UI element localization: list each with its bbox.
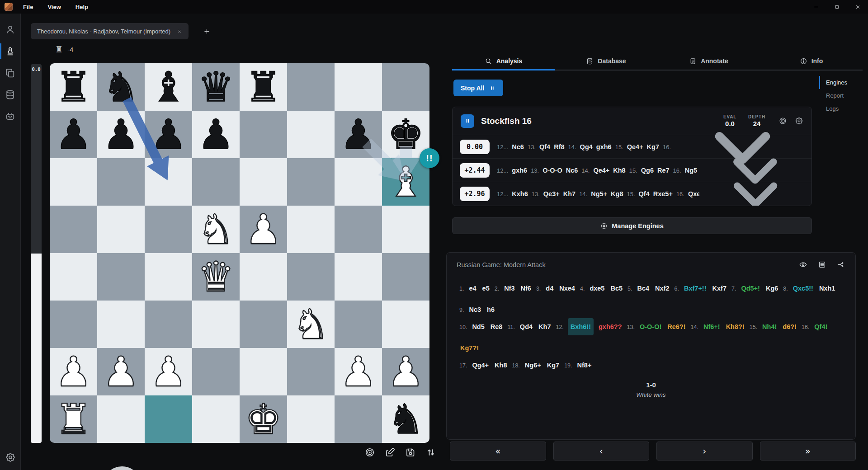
white-king-e1[interactable]: ♚ [240,395,287,443]
square-g7[interactable]: ♟ [335,111,382,158]
line-move[interactable]: Kh8 [613,167,625,174]
square-b2[interactable]: ♟ [97,348,145,395]
game-move[interactable]: Bc4 [636,280,650,297]
game-move[interactable]: Qxc5!! [792,280,814,297]
maximize-button[interactable] [826,0,847,14]
line-move[interactable]: Nc6 [566,167,578,174]
square-h5[interactable] [382,206,429,253]
square-c6[interactable] [145,158,192,206]
side-nav-logs[interactable]: Logs [819,102,847,115]
tab-annotate[interactable]: Annotate [657,52,760,70]
go-to-start-button[interactable]: « [450,442,546,461]
stop-all-button[interactable]: Stop All [453,80,503,96]
square-d7[interactable]: ♟ [192,111,240,158]
line-move[interactable]: Kg7 [647,143,659,150]
square-f3[interactable]: ♞ [287,301,335,348]
square-c7[interactable]: ♟ [145,111,192,158]
square-g1[interactable] [335,395,382,443]
tab-analysis[interactable]: Analysis [452,52,555,70]
game-move[interactable]: Qd4 [519,318,533,335]
line-move[interactable]: Re7 [657,167,670,174]
black-rook-a8[interactable]: ♜ [50,63,97,111]
line-move[interactable]: Kxh6 [512,190,528,197]
square-c5[interactable] [145,206,192,253]
sidebar-item-accounts[interactable] [0,19,21,40]
engine-pause-button[interactable] [461,114,474,128]
square-g6[interactable] [335,158,382,206]
game-move[interactable]: e4 [468,280,477,297]
game-move[interactable]: Nxh1 [818,280,836,297]
square-d3[interactable] [192,301,240,348]
edit-icon[interactable] [385,447,396,458]
sidebar-item-databases[interactable] [0,84,21,105]
line-move[interactable]: Kg8 [611,190,623,197]
minimize-button[interactable] [806,0,826,14]
square-h1[interactable]: ♞ [382,395,429,443]
article-icon[interactable] [818,260,826,269]
game-move[interactable]: Qg4+ [471,357,490,374]
game-move[interactable]: Nc3 [468,301,482,318]
game-move[interactable]: Nf6 [520,280,532,297]
save-icon[interactable] [405,447,416,458]
white-rook-a1[interactable]: ♜ [50,395,97,443]
square-g4[interactable] [335,253,382,301]
game-move[interactable]: Bc5 [609,280,623,297]
square-g8[interactable] [335,63,382,111]
game-move[interactable]: Nh4! [761,318,778,335]
square-h4[interactable] [382,253,429,301]
square-c1[interactable] [145,395,192,443]
line-move[interactable]: gxh6 [596,143,612,150]
square-f2[interactable] [287,348,335,395]
line-move[interactable]: Qg6 [641,167,654,174]
game-move[interactable]: Qd5+! [740,280,761,297]
sidebar-item-engines[interactable] [0,105,21,127]
board-practice-button[interactable] [54,447,190,470]
game-move[interactable]: d4 [545,280,554,297]
tab-close-icon[interactable] [177,28,182,34]
game-move[interactable]: Kg7 [546,357,560,374]
square-a4[interactable] [50,253,97,301]
square-b4[interactable] [97,253,145,301]
chessboard[interactable]: ♜♞♝♛♜♟♟♟♟♟♚♝♞♟♛♞♟♟♟♟♟♜♚♞ [50,63,429,443]
square-d6[interactable] [192,158,240,206]
black-rook-e8[interactable]: ♜ [240,63,287,111]
square-e8[interactable]: ♜ [240,63,287,111]
square-b5[interactable] [97,206,145,253]
square-g3[interactable] [335,301,382,348]
game-move[interactable]: O-O-O! [639,318,662,335]
white-pawn-e5[interactable]: ♟ [240,206,287,253]
square-c3[interactable] [145,301,192,348]
line-move[interactable]: Qf4 [639,190,650,197]
square-h2[interactable]: ♟ [382,348,429,395]
game-move[interactable]: Nf8+ [576,357,593,374]
game-move[interactable]: Nf6+! [703,318,721,335]
game-move[interactable]: Re6?! [666,318,686,335]
square-g5[interactable] [335,206,382,253]
go-to-end-button[interactable]: » [760,442,856,461]
engine-line-3[interactable]: +2.9612...Kxh613.Qe3+Kh714.Ng5+Kg815.Qf4… [453,182,811,206]
square-e7[interactable] [240,111,287,158]
eye-icon[interactable] [799,260,807,269]
line-move[interactable]: Nc6 [512,143,524,150]
bullseye-icon[interactable] [364,447,375,458]
black-pawn-b7[interactable]: ♟ [97,111,145,158]
white-pawn-c2[interactable]: ♟ [145,348,192,395]
black-knight-h1[interactable]: ♞ [382,395,429,443]
white-knight-f3[interactable]: ♞ [287,301,335,348]
black-bishop-c8[interactable]: ♝ [145,63,192,111]
square-d4[interactable]: ♛ [192,253,240,301]
square-d8[interactable]: ♛ [192,63,240,111]
square-a3[interactable] [50,301,97,348]
line-move[interactable]: Ng5+ [591,190,607,197]
square-e3[interactable] [240,301,287,348]
game-move[interactable]: dxe5 [589,280,605,297]
square-a1[interactable]: ♜ [50,395,97,443]
game-move[interactable]: Kh8 [494,357,508,374]
game-move[interactable]: Kxf7 [712,280,727,297]
black-queen-d8[interactable]: ♛ [192,63,240,111]
white-pawn-b2[interactable]: ♟ [97,348,145,395]
line-move[interactable]: O-O-O [542,167,562,174]
line-move[interactable]: Rxe5+ [653,190,673,197]
square-c4[interactable] [145,253,192,301]
black-pawn-a7[interactable]: ♟ [50,111,97,158]
